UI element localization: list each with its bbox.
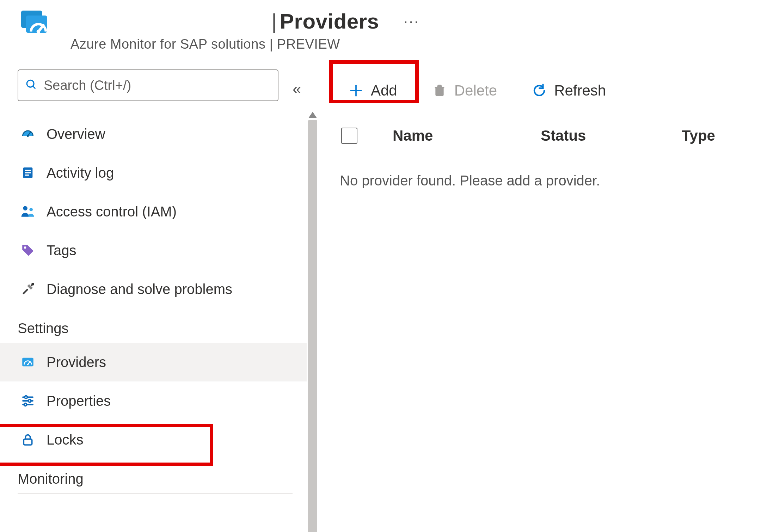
plus-icon [348,83,364,98]
svg-point-22 [28,399,31,402]
refresh-button[interactable]: Refresh [523,79,614,103]
sidebar-item-label: Diagnose and solve problems [47,281,232,297]
svg-point-4 [27,80,34,87]
delete-button: Delete [423,79,505,103]
delete-button-label: Delete [454,82,497,99]
svg-point-13 [29,208,33,212]
svg-rect-11 [25,175,29,176]
locks-icon [20,432,36,448]
search-input[interactable] [43,78,271,93]
page-title: |Providers [271,9,379,33]
sidebar-item-diagnose[interactable]: Diagnose and solve problems [18,270,307,308]
providers-icon [20,354,36,370]
access-control-icon [20,203,36,220]
svg-rect-28 [436,88,443,96]
trash-icon [432,83,447,98]
sidebar-item-label: Activity log [47,165,114,181]
toolbar: Add Delete [340,69,752,112]
sidebar-scrollbar[interactable] [307,112,319,531]
svg-point-24 [24,403,27,406]
search-icon [25,79,37,92]
add-button-label: Add [371,82,397,99]
sidebar-item-label: Overview [47,126,105,142]
sidebar-section-monitoring: Monitoring [18,471,307,487]
sidebar-item-label: Properties [47,393,111,409]
column-header-status[interactable]: Status [541,127,661,144]
sidebar-section-settings: Settings [18,320,307,336]
svg-point-12 [23,206,27,210]
refresh-button-label: Refresh [554,82,606,99]
scrollbar-thumb[interactable] [308,120,317,532]
svg-rect-25 [24,439,32,445]
table-header-row: Name Status Type [340,119,752,155]
svg-point-7 [27,135,29,137]
page-header: |Providers ··· Azure Monitor for SAP sol… [0,0,761,62]
sidebar-item-access-control[interactable]: Access control (IAM) [18,192,307,231]
sidebar-item-label: Locks [47,432,84,448]
sidebar-item-tags[interactable]: Tags [18,231,307,270]
properties-icon [20,393,36,409]
svg-line-5 [33,86,35,88]
sidebar-item-providers[interactable]: Providers [0,343,307,381]
diagnose-icon [20,281,36,297]
overview-icon [20,126,36,142]
sidebar-nav: Overview Activity log [18,115,307,494]
activity-log-icon [20,165,36,181]
sidebar-item-label: Providers [47,354,106,370]
svg-point-18 [27,364,29,365]
sidebar-item-overview[interactable]: Overview [18,115,307,153]
refresh-icon [532,83,547,98]
scroll-up-icon [308,112,317,118]
svg-point-15 [32,283,33,285]
svg-rect-9 [25,170,31,171]
collapse-sidebar-button[interactable]: « [293,80,301,98]
svg-point-14 [24,246,26,249]
search-box[interactable] [18,69,278,101]
sidebar-item-label: Access control (IAM) [47,204,177,220]
sidebar-item-activity-log[interactable]: Activity log [18,153,307,192]
page-title-text: Providers [280,10,379,33]
svg-point-3 [37,30,41,33]
add-button[interactable]: Add [340,79,406,103]
sidebar-item-properties[interactable]: Properties [18,381,307,420]
resource-icon [18,7,49,39]
svg-point-20 [25,396,27,399]
tags-icon [20,242,36,258]
sidebar-item-label: Tags [47,243,76,258]
select-all-checkbox[interactable] [341,128,357,144]
page-subtitle: Azure Monitor for SAP solutions | PREVIE… [70,37,743,52]
sidebar-item-locks[interactable]: Locks [18,420,307,459]
divider [18,493,293,494]
more-actions-button[interactable]: ··· [404,13,419,29]
main-content: Add Delete [319,62,761,531]
sidebar: « Overview [0,62,307,531]
column-header-type[interactable]: Type [682,127,752,144]
column-header-name[interactable]: Name [393,127,520,144]
svg-rect-10 [25,172,31,173]
header-title-row: |Providers ··· [18,4,743,39]
empty-state-message: No provider found. Please add a provider… [340,173,752,189]
